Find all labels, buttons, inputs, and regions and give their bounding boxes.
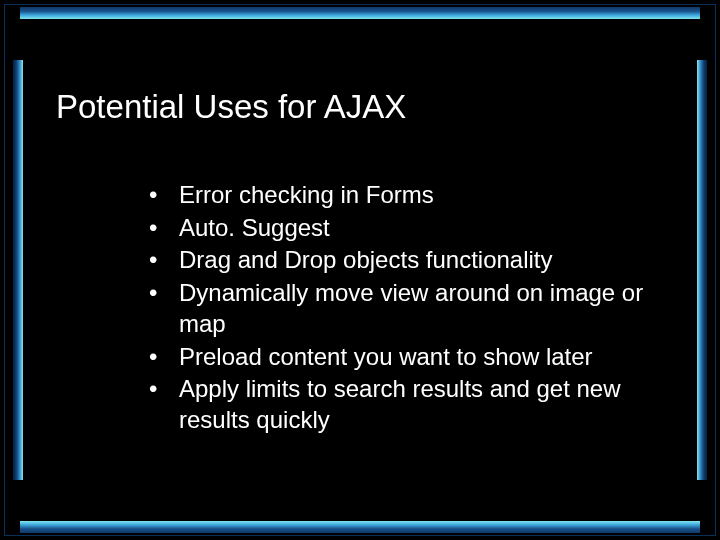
bullet-list: Error checking in Forms Auto. Suggest Dr… bbox=[145, 180, 670, 438]
slide-title: Potential Uses for AJAX bbox=[56, 88, 406, 126]
list-item: Error checking in Forms bbox=[145, 180, 670, 211]
left-gradient-bar bbox=[13, 60, 23, 480]
list-item: Apply limits to search results and get n… bbox=[145, 374, 670, 435]
bottom-gradient-bar bbox=[20, 521, 700, 533]
list-item: Auto. Suggest bbox=[145, 213, 670, 244]
list-item: Dynamically move view around on image or… bbox=[145, 278, 670, 339]
top-gradient-bar bbox=[20, 7, 700, 19]
list-item: Drag and Drop objects functionality bbox=[145, 245, 670, 276]
list-item: Preload content you want to show later bbox=[145, 342, 670, 373]
right-gradient-bar bbox=[697, 60, 707, 480]
